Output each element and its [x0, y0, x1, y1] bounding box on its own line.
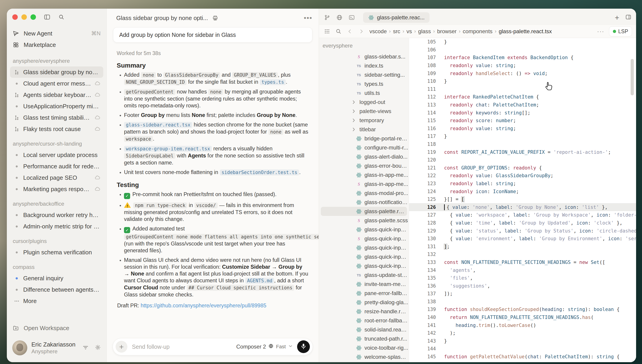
code-line[interactable]: 133const NON_FLATTENED_PALETTE_SECTION_H…	[409, 258, 636, 266]
sidebar-item[interactable]: Marketing pages responsiven...	[10, 183, 103, 195]
sidebar-item[interactable]: Admin-only metric strip for inco...	[10, 221, 103, 232]
code-line[interactable]: 144	[409, 345, 636, 353]
open-workspace-button[interactable]: Open Workspace	[10, 322, 103, 334]
tree-file[interactable]: configure-multi-r...	[319, 143, 409, 152]
editor-scrollbar[interactable]	[631, 59, 634, 95]
split-panel-icon[interactable]	[625, 14, 632, 21]
code-line[interactable]: 143}	[409, 337, 636, 345]
more-options-icon[interactable]: •••	[304, 14, 312, 22]
sidebar-item[interactable]: Cloud agent error message re...	[10, 78, 103, 89]
mic-button[interactable]	[297, 340, 310, 353]
code-editor[interactable]: 105}106107interface BackendItem extends …	[409, 38, 636, 362]
code-line[interactable]: 108 readonly value: string;	[409, 62, 636, 70]
tree-file[interactable]: bridge-portal-ren...	[319, 134, 409, 143]
sidebar-toggle-icon[interactable]	[44, 14, 50, 20]
code-line[interactable]: 140 return NON_FLATTENED_PALETTE_SECTION…	[409, 314, 636, 322]
file-link[interactable]: AGENTS.md	[245, 278, 274, 284]
code-line[interactable]: 117}	[409, 132, 636, 140]
code-line[interactable]: 119const REPORT_AI_ACTION_VALUE_PREFIX =…	[409, 148, 636, 156]
sidebar-item[interactable]: Glass sidebar group by none op...	[10, 66, 103, 78]
tree-file[interactable]: glass-palette.rea...	[321, 207, 407, 216]
code-line[interactable]: 142 );	[409, 329, 636, 337]
lsp-status-badge[interactable]: LSP	[609, 26, 632, 36]
add-context-button[interactable]: +	[116, 341, 128, 352]
tree-file[interactable]: Sglass-in-app-me...	[319, 180, 409, 188]
model-selector[interactable]: Composer 2 Fast	[236, 343, 293, 350]
file-link[interactable]: types.ts	[260, 79, 286, 85]
followup-input[interactable]: Send follow-up	[132, 344, 236, 350]
close-window-button[interactable]	[12, 14, 18, 20]
breadcrumb-item[interactable]: components	[463, 28, 492, 34]
tree-file[interactable]: TSutils.ts	[319, 88, 409, 98]
filter-icon[interactable]	[82, 344, 89, 352]
tree-folder[interactable]: temporary	[319, 116, 409, 125]
code-line[interactable]: 146	[409, 360, 636, 362]
search-file-icon[interactable]	[335, 28, 342, 34]
tree-file[interactable]: glass-error-boun...	[319, 161, 409, 170]
file-link[interactable]: workspace-group-item.react.tsx	[124, 146, 212, 152]
draft-pr-link[interactable]: https://github.com/anysphere/everysphere…	[140, 302, 266, 308]
code-line[interactable]: 145function getPaletteChatValue(chat: Pa…	[409, 353, 636, 361]
tree-file[interactable]: glass-notification...	[319, 198, 409, 207]
code-line[interactable]: 116 readonly value: string;	[409, 125, 636, 133]
sidebar-item[interactable]: Agents sidebar keyboard expe...	[10, 89, 103, 100]
user-prompt-bubble[interactable]: Add group by option None for sidebar in …	[113, 27, 312, 42]
gear-icon[interactable]	[95, 344, 101, 352]
tree-file[interactable]: Sglass-palette.scss	[319, 216, 409, 225]
code-line[interactable]: 115 readonly score: number;	[409, 117, 636, 125]
tree-file[interactable]: welcome-splash-...	[319, 352, 409, 362]
nav-back-icon[interactable]	[347, 28, 353, 34]
code-line[interactable]: 120	[409, 156, 636, 164]
sidebar-item[interactable]: Background worker retry handling	[10, 209, 103, 221]
tree-file[interactable]: glass-quick-input...	[319, 243, 409, 252]
code-line[interactable]: 129 { value: 'status', label: 'Group by …	[409, 227, 636, 235]
tree-file[interactable]: TStypes.ts	[319, 80, 409, 88]
nav-forward-icon[interactable]	[358, 28, 364, 34]
code-line[interactable]: 114 readonly keywords: string[];	[409, 109, 636, 117]
tree-file[interactable]: solid-island.react...	[319, 325, 409, 334]
tree-file[interactable]: root-error-fallbac...	[319, 316, 409, 325]
code-line[interactable]: 124 readonly icon: IconName;	[409, 188, 636, 196]
new-tab-icon[interactable]: +	[615, 13, 619, 22]
tree-file[interactable]: resize-handle.rea...	[319, 307, 409, 316]
tree-file[interactable]: truncated-path.r...	[319, 334, 409, 343]
breadcrumb-item[interactable]: browser	[437, 28, 456, 34]
code-line[interactable]: 135 'files',	[409, 274, 636, 282]
code-line[interactable]: 121const GROUP_BY_OPTIONS: readonly {	[409, 164, 636, 172]
tree-file[interactable]: pane-error-fallba...	[319, 289, 409, 298]
tree-file[interactable]: Sglass-sidebar.s...	[319, 52, 409, 61]
code-line[interactable]: 130 { value: 'environment', label: 'Grou…	[409, 235, 636, 243]
code-line[interactable]: 127 { value: 'workspace', label: 'Group …	[409, 211, 636, 219]
code-line[interactable]: 125}[] = [	[409, 196, 636, 204]
sidebar-nav-new-agent[interactable]: New Agent⌘N	[10, 28, 103, 39]
tree-file[interactable]: glass-modal-pro...	[319, 188, 409, 198]
breadcrumb-item[interactable]: vscode	[370, 28, 387, 34]
globe-icon[interactable]	[336, 14, 342, 21]
composer-bar[interactable]: + Send follow-up Composer 2 Fast	[112, 338, 313, 355]
sidebar-item[interactable]: UseApplicationProperty migrati...	[10, 100, 103, 112]
code-line[interactable]: 111	[409, 85, 636, 93]
tree-file[interactable]: glass-in-app-me...	[319, 170, 409, 180]
zoom-window-button[interactable]	[30, 14, 36, 20]
breadcrumb-more-icon[interactable]: ···	[597, 28, 604, 35]
breadcrumb-item[interactable]: glass-palette.react.tsx	[499, 28, 552, 34]
tree-file[interactable]: workspace-conte...	[319, 362, 409, 362]
git-branch-icon[interactable]	[324, 14, 330, 21]
code-line[interactable]: 138	[409, 298, 636, 306]
sidebar-item[interactable]: Localized page SEO	[10, 172, 103, 183]
sidebar-item[interactable]: Local server update process	[10, 149, 103, 160]
code-line[interactable]: 112interface RankedPaletteChatItem {	[409, 93, 636, 101]
tree-file[interactable]: voice-toolbar-rig...	[319, 343, 409, 352]
editor-tab[interactable]: glass-palette.reac...	[363, 12, 430, 23]
tree-folder[interactable]: titlebar	[319, 125, 409, 134]
sidebar-item[interactable]: Glass test timing stabilization	[10, 112, 103, 123]
code-line[interactable]: 122 readonly value: GlassSidebarGroupBy;	[409, 172, 636, 180]
outline-list-icon[interactable]	[324, 28, 330, 34]
tree-file[interactable]: TSglass-update-sta...	[319, 270, 409, 280]
code-line[interactable]: 128 { value: 'time', label: 'Group by Up…	[409, 219, 636, 227]
code-line[interactable]: 141 heading.trim().toLowerCase()	[409, 321, 636, 329]
tree-folder[interactable]: palette-views	[319, 107, 409, 116]
code-line[interactable]: 139function shouldKeepSectionGrouped(hea…	[409, 306, 636, 314]
tree-file[interactable]: glass-quick-input...	[319, 225, 409, 234]
code-line[interactable]: 123 readonly label: string;	[409, 180, 636, 188]
